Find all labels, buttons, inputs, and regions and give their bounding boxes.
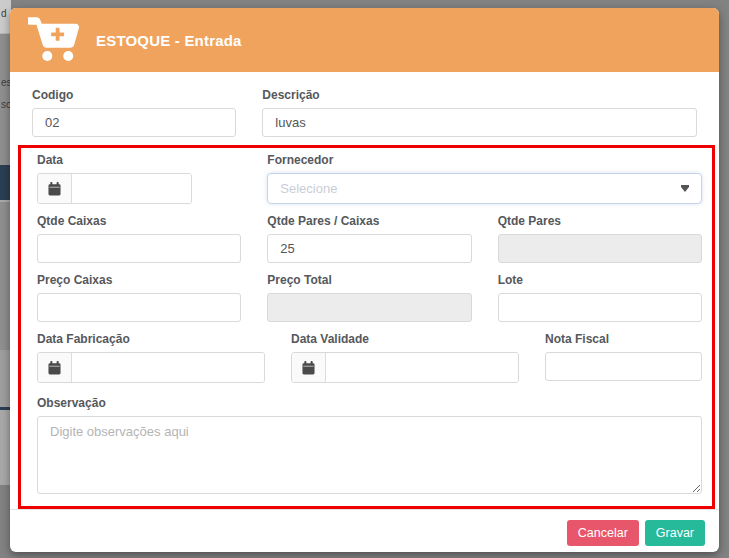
data-validade-label: Data Validade: [291, 332, 519, 347]
calendar-icon: [48, 361, 61, 375]
calendar-icon: [48, 182, 61, 196]
data-input[interactable]: [72, 174, 191, 203]
backdrop-text-fragment: d: [1, 8, 7, 19]
data-fabricacao-label: Data Fabricação: [37, 332, 265, 347]
data-input-group: [37, 173, 192, 204]
data-validade-input-group: [291, 352, 519, 383]
cancel-button[interactable]: Cancelar: [567, 520, 639, 546]
lote-label: Lote: [498, 273, 702, 288]
calendar-icon: [302, 361, 315, 375]
preco-caixas-input[interactable]: [37, 293, 241, 322]
data-fabricacao-input-group: [37, 352, 265, 383]
data-fabricacao-input[interactable]: [72, 353, 264, 382]
descricao-label: Descrição: [262, 88, 697, 103]
qtde-pares-label: Qtde Pares: [498, 214, 702, 229]
data-validade-input[interactable]: [326, 353, 518, 382]
qtde-pares-caixas-input[interactable]: [267, 234, 471, 263]
qtde-pares-caixas-label: Qtde Pares / Caixas: [267, 214, 471, 229]
descricao-input[interactable]: [262, 108, 697, 137]
fornecedor-select[interactable]: Selecione: [267, 173, 702, 204]
preco-total-label: Preço Total: [267, 273, 471, 288]
fornecedor-label: Fornecedor: [267, 153, 702, 168]
modal-header: ESTOQUE - Entrada: [10, 8, 719, 72]
observacao-textarea[interactable]: [37, 416, 702, 494]
lote-input[interactable]: [498, 293, 702, 322]
calendar-addon-button[interactable]: [38, 174, 72, 203]
modal-body: Codigo Descrição Data: [10, 72, 719, 509]
qtde-caixas-label: Qtde Caixas: [37, 214, 241, 229]
stock-entry-modal: ESTOQUE - Entrada Codigo Descrição Data: [10, 8, 719, 552]
fornecedor-placeholder: Selecione: [280, 181, 337, 196]
preco-caixas-label: Preço Caixas: [37, 273, 241, 288]
preco-total-input: [267, 293, 471, 322]
cart-plus-icon: [28, 17, 80, 63]
chevron-down-icon: [681, 187, 689, 192]
codigo-input[interactable]: [32, 108, 236, 137]
qtde-caixas-input[interactable]: [37, 234, 241, 263]
codigo-label: Codigo: [32, 88, 236, 103]
modal-footer: Cancelar Gravar: [10, 509, 719, 556]
observacao-label: Observação: [37, 396, 702, 411]
data-label: Data: [37, 153, 241, 168]
calendar-addon-button[interactable]: [38, 353, 72, 382]
save-button[interactable]: Gravar: [645, 520, 705, 546]
nota-fiscal-input[interactable]: [545, 352, 702, 381]
calendar-addon-button[interactable]: [292, 353, 326, 382]
nota-fiscal-label: Nota Fiscal: [545, 332, 702, 347]
qtde-pares-input: [498, 234, 702, 263]
modal-title: ESTOQUE - Entrada: [96, 32, 242, 49]
entry-details-section: Data Forneced: [18, 145, 715, 509]
